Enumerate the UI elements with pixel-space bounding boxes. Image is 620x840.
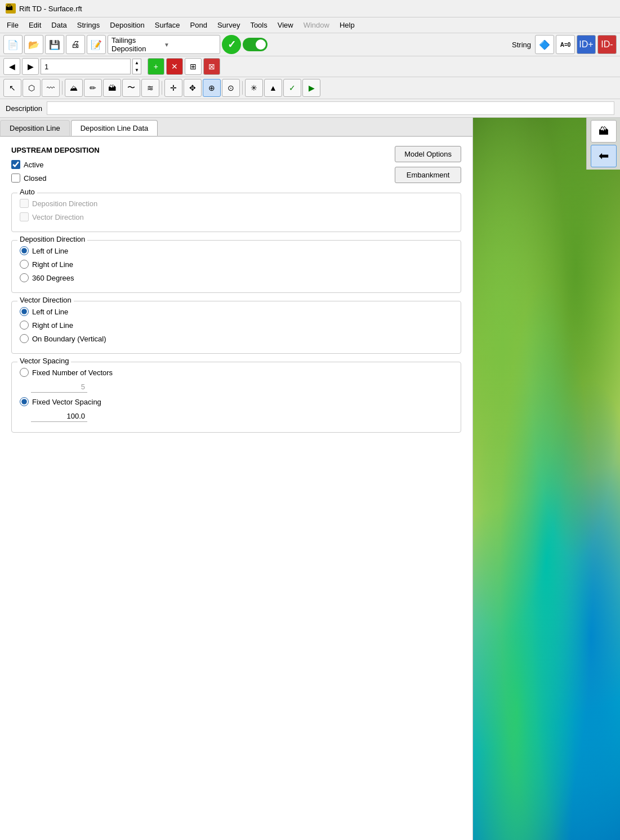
- auto-group: Auto Deposition Direction Vector Directi…: [11, 193, 461, 232]
- open-button[interactable]: 📂: [24, 35, 43, 54]
- vector-direction-label: Vector Direction: [17, 296, 74, 304]
- menu-view[interactable]: View: [273, 19, 298, 31]
- spinner-down-icon[interactable]: ▼: [133, 66, 141, 74]
- dep-right-label: Right of Line: [32, 260, 73, 269]
- print-button[interactable]: 🖨: [66, 35, 85, 54]
- run-tool[interactable]: ▶: [302, 79, 320, 97]
- dep-right-radio[interactable]: [20, 260, 29, 269]
- terrain-view-button[interactable]: 🏔: [591, 120, 617, 143]
- auto-deposition-checkbox[interactable]: [20, 199, 29, 208]
- menu-survey[interactable]: Survey: [213, 19, 244, 31]
- menu-surface[interactable]: Surface: [150, 19, 185, 31]
- menu-deposition[interactable]: Deposition: [105, 19, 149, 31]
- description-label: Description: [6, 104, 42, 113]
- wave-tool[interactable]: ≋: [141, 79, 159, 97]
- left-panel: Deposition Line Deposition Line Data UPS…: [0, 118, 473, 840]
- check-tool[interactable]: ✓: [283, 79, 301, 97]
- auto-deposition-label: Deposition Direction: [32, 199, 97, 208]
- content-area: UPSTREAM DEPOSITION Active Closed Model …: [0, 137, 472, 840]
- line-tool[interactable]: 〰: [42, 79, 60, 97]
- vec-right-row: Right of Line: [20, 321, 453, 330]
- slope-tool[interactable]: ⛰: [65, 79, 83, 97]
- deposition-dropdown[interactable]: Tailings Deposition ▼: [108, 35, 220, 54]
- confirm-button[interactable]: ✓: [222, 35, 241, 54]
- active-checkbox[interactable]: [11, 160, 20, 169]
- vec-left-label: Left of Line: [32, 308, 68, 316]
- fixed-spacing-radio[interactable]: [20, 397, 29, 406]
- toolbar-draw: ↖ ⬡ 〰 ⛰ ✏ 🏔 〜 ≋ ✛ ✥ ⊕ ⊙ ✳ ▲ ✓ ▶: [0, 77, 620, 99]
- save-button[interactable]: 💾: [45, 35, 64, 54]
- back-button[interactable]: ◀: [3, 58, 20, 75]
- menu-pond[interactable]: Pond: [186, 19, 212, 31]
- add-row-button[interactable]: +: [148, 58, 164, 75]
- dep-left-radio[interactable]: [20, 246, 29, 255]
- vector-direction-group: Vector Direction Left of Line Right of L…: [11, 301, 461, 354]
- tab-bar: Deposition Line Deposition Line Data: [0, 118, 472, 137]
- table-button[interactable]: ⊞: [185, 58, 202, 75]
- vec-boundary-label: On Boundary (Vertical): [32, 335, 106, 343]
- mesh-button[interactable]: 🔷: [535, 35, 554, 54]
- edit-button[interactable]: 📝: [87, 35, 106, 54]
- menu-strings[interactable]: Strings: [73, 19, 104, 31]
- nav-spinner[interactable]: ▲ ▼: [132, 59, 141, 74]
- menu-tools[interactable]: Tools: [246, 19, 271, 31]
- toggle-switch[interactable]: [243, 38, 267, 51]
- new-button[interactable]: 📄: [3, 35, 23, 54]
- lasso-tool[interactable]: ⊙: [222, 79, 240, 97]
- crosshair-tool[interactable]: ⊕: [203, 79, 221, 97]
- terrain-tool[interactable]: 🏔: [103, 79, 121, 97]
- menu-edit[interactable]: Edit: [24, 19, 46, 31]
- fixed-number-radio[interactable]: [20, 368, 29, 377]
- menu-window[interactable]: Window: [299, 19, 334, 31]
- upstream-form: UPSTREAM DEPOSITION Active Closed: [11, 146, 383, 187]
- node-tool[interactable]: ⬡: [23, 79, 41, 97]
- vec-left-radio[interactable]: [20, 307, 29, 316]
- separator1: [62, 81, 63, 95]
- menu-file[interactable]: File: [2, 19, 23, 31]
- spinner-up-icon[interactable]: ▲: [133, 59, 141, 66]
- embankment-button[interactable]: Embankment: [395, 167, 461, 183]
- auto-vector-label: Vector Direction: [32, 213, 84, 221]
- description-input[interactable]: [47, 101, 614, 115]
- vec-right-radio[interactable]: [20, 321, 29, 330]
- pyramid-tool[interactable]: ▲: [264, 79, 282, 97]
- id-minus-button[interactable]: ID-: [597, 35, 617, 54]
- dep-360-row: 360 Degrees: [20, 273, 453, 282]
- nav-input[interactable]: [41, 59, 131, 74]
- delete-row-button[interactable]: ✕: [166, 58, 183, 75]
- menu-data[interactable]: Data: [47, 19, 71, 31]
- fixed-spacing-row: Fixed Vector Spacing: [20, 397, 453, 406]
- pencil-tool[interactable]: ✏: [84, 79, 102, 97]
- separator3: [242, 81, 243, 95]
- fixed-number-row: Fixed Number of Vectors: [20, 368, 453, 377]
- id-plus-button[interactable]: ID+: [577, 35, 596, 54]
- star-tool[interactable]: ✳: [245, 79, 263, 97]
- table-delete-button[interactable]: ⊠: [203, 58, 220, 75]
- auto-deposition-row: Deposition Direction: [20, 199, 453, 208]
- vec-boundary-radio[interactable]: [20, 334, 29, 343]
- closed-label: Closed: [24, 174, 46, 183]
- menu-help[interactable]: Help: [335, 19, 359, 31]
- forward-button[interactable]: ▶: [22, 58, 39, 75]
- tab-deposition-line[interactable]: Deposition Line: [0, 120, 70, 136]
- az0-button[interactable]: A=0: [556, 35, 575, 54]
- dep-360-radio[interactable]: [20, 273, 29, 282]
- pan-tool[interactable]: ✥: [184, 79, 202, 97]
- fixed-number-input[interactable]: [31, 381, 87, 393]
- tab-deposition-line-data[interactable]: Deposition Line Data: [71, 120, 158, 136]
- map-panel[interactable]: 🏔 ⬅: [473, 118, 620, 840]
- closed-row: Closed: [11, 174, 383, 183]
- arrow-button[interactable]: ⬅: [591, 145, 617, 167]
- description-bar: Description: [0, 99, 620, 118]
- auto-vector-checkbox[interactable]: [20, 212, 29, 221]
- model-options-button[interactable]: Model Options: [395, 146, 461, 162]
- contour-tool[interactable]: 〜: [122, 79, 140, 97]
- select-tool[interactable]: ↖: [3, 79, 21, 97]
- map-terrain: [473, 118, 620, 840]
- auto-vector-row: Vector Direction: [20, 212, 453, 221]
- upstream-title: UPSTREAM DEPOSITION: [11, 146, 383, 154]
- move-tool[interactable]: ✛: [164, 79, 182, 97]
- deposition-direction-group: Deposition Direction Left of Line Right …: [11, 240, 461, 293]
- fixed-spacing-input[interactable]: [31, 411, 87, 422]
- closed-checkbox[interactable]: [11, 174, 20, 183]
